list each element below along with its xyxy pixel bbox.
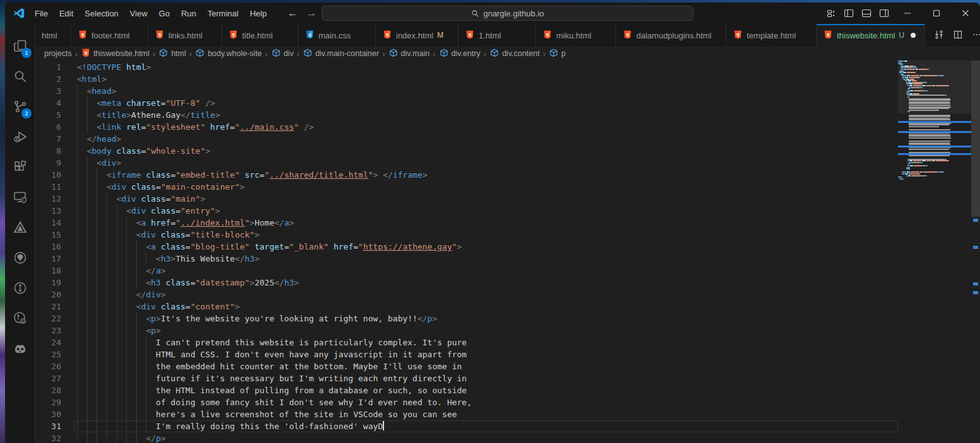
menubar: FileEditSelectionViewGoRunTerminalHelp [29, 3, 272, 24]
menu-run[interactable]: Run [175, 6, 202, 21]
code-line-6[interactable]: 6<link rel="stylesheet" href="../main.cs… [36, 121, 898, 133]
activity-extensions-icon[interactable] [5, 152, 35, 183]
code-line-3[interactable]: 3<head> [36, 85, 898, 97]
unsaved-dot[interactable] [911, 33, 916, 38]
breadcrumb-item-div.content[interactable]: div.content [489, 48, 540, 60]
customize-layout-icon[interactable] [826, 8, 836, 18]
tab-dalamudplugins.html[interactable]: 5dalamudplugins.html [616, 24, 726, 47]
editor-scrollbar[interactable] [971, 60, 980, 443]
back-arrow-icon[interactable]: ← [288, 8, 298, 19]
code-line-17[interactable]: 17<h3>This Website</h3> [36, 253, 898, 265]
activity-gitlens-inspect-icon[interactable]: @ [5, 304, 35, 334]
code-line-26[interactable]: 26the embedded hit counter at the bottom… [36, 360, 898, 372]
code-line-15[interactable]: 15<div class="title-block"> [36, 229, 898, 241]
breadcrumb-item-div[interactable]: div [271, 48, 294, 60]
breadcrumb-item-div.main[interactable]: div.main [388, 48, 430, 60]
tab-label: thiswebsite.html [837, 31, 895, 40]
breadcrumb-item-body.whole-site[interactable]: body.whole-site [195, 48, 262, 60]
indent-guide [96, 229, 97, 241]
code-line-1[interactable]: 1<!DOCTYPE html> [36, 61, 898, 73]
breadcrumb-item-div.entry[interactable]: div.entry [439, 48, 481, 60]
code-line-14[interactable]: 14<a href="../index.html">Home</a> [36, 217, 898, 229]
code-area[interactable]: 1<!DOCTYPE html>2<html>3<head>4<meta cha… [36, 61, 898, 443]
code-line-11[interactable]: 11<div class="main-container"> [36, 181, 898, 193]
tab-thiswebsite.html[interactable]: 5thiswebsite.htmlU [817, 24, 925, 47]
activity-search-icon[interactable] [5, 62, 35, 92]
code-line-28[interactable]: 28the HTML instead of pulling from a dat… [36, 384, 898, 396]
activity-triangle-logo-icon[interactable] [5, 213, 35, 243]
code-line-4[interactable]: 4<meta charset="UTF-8" /> [36, 97, 898, 109]
indent-guide [126, 229, 127, 241]
code-line-16[interactable]: 16<a class="blog-title" target="_blank" … [36, 241, 898, 253]
indent-guide [117, 205, 117, 217]
indent-guide [126, 432, 127, 443]
forward-arrow-icon[interactable]: → [306, 8, 317, 19]
code-line-32[interactable]: 32</p> [36, 432, 898, 443]
more-actions-icon[interactable] [972, 30, 980, 42]
tab-main.css[interactable]: 3main.css [298, 24, 376, 47]
code-line-22[interactable]: 22<p>It's the website you're looking at … [36, 313, 898, 325]
code-line-23[interactable]: 23<p> [36, 325, 898, 337]
activity-source-control-icon[interactable]: 2 [5, 92, 35, 122]
tab-title.html[interactable]: 5title.html [222, 24, 298, 47]
minimap-slider[interactable] [898, 60, 971, 113]
menu-help[interactable]: Help [244, 6, 272, 21]
indent-guide [136, 253, 137, 265]
code-line-24[interactable]: 24I can't pretend this website is partic… [36, 337, 898, 348]
code-line-5[interactable]: 5<title>Athene.Gay</title> [36, 109, 898, 121]
code-line-18[interactable]: 18</a> [36, 265, 898, 277]
panel-bottom-icon[interactable] [861, 8, 872, 18]
code-line-31[interactable]: 31I'm really doing this the 'old-fashion… [36, 420, 898, 432]
code-line-13[interactable]: 13<div class="entry"> [36, 205, 898, 217]
tab-1.html[interactable]: 51.html [458, 24, 536, 47]
indent-guide [136, 348, 137, 360]
activity-gitlens-icon[interactable] [5, 273, 35, 304]
code-line-29[interactable]: 29of doing some fancy shit I don't see w… [36, 396, 898, 408]
maximize-button[interactable] [922, 3, 951, 24]
code-line-12[interactable]: 12<div class="main"> [36, 193, 898, 205]
tab-index.html[interactable]: 5index.htmlM [376, 24, 458, 47]
minimap[interactable] [898, 60, 971, 443]
code-line-7[interactable]: 7</head> [36, 133, 898, 145]
tab-html[interactable]: html [35, 24, 71, 47]
activity-github-icon[interactable] [5, 243, 35, 273]
code-line-20[interactable]: 20</div> [36, 289, 898, 301]
code-line-25[interactable]: 25HTML and CSS. I don't even have any ja… [36, 348, 898, 360]
panel-left-icon[interactable] [844, 8, 854, 18]
menu-file[interactable]: File [29, 6, 54, 21]
breadcrumb-item-div.main-container[interactable]: div.main-container [303, 48, 379, 60]
tab-template.html[interactable]: 5template.html [726, 24, 817, 47]
menu-go[interactable]: Go [153, 6, 175, 21]
tab-links.html[interactable]: 5links.html [148, 24, 222, 47]
command-center-search[interactable]: gnargle.github.io [322, 6, 694, 21]
breadcrumb-item-thiswebsite.html[interactable]: 5thiswebsite.html [81, 48, 149, 60]
tab-footer.html[interactable]: 5footer.html [71, 24, 148, 47]
panel-right-icon[interactable] [879, 8, 889, 18]
code-line-21[interactable]: 21<div class="content"> [36, 301, 898, 313]
scrollbar-thumb[interactable] [971, 60, 980, 217]
menu-terminal[interactable]: Terminal [202, 6, 244, 21]
code-line-9[interactable]: 9<div> [36, 157, 898, 169]
breadcrumb-item-p[interactable]: p [549, 48, 566, 60]
code-line-10[interactable]: 10<iframe class="embed-title" src="../sh… [36, 169, 898, 181]
compare-changes-icon[interactable] [934, 30, 944, 42]
minimize-button[interactable] [893, 3, 922, 24]
breadcrumb-item-html[interactable]: html [158, 48, 186, 60]
menu-selection[interactable]: Selection [79, 6, 124, 21]
code-line-2[interactable]: 2<html> [36, 73, 898, 85]
activity-godot-tools-icon[interactable] [5, 334, 35, 364]
code-line-27[interactable]: 27future if it's necessary but I'm writi… [36, 372, 898, 384]
activity-remote-explorer-icon[interactable] [5, 183, 35, 213]
breadcrumb-item-projects[interactable]: projects [44, 49, 72, 58]
menu-view[interactable]: View [124, 6, 153, 21]
indent-guide [77, 97, 78, 109]
activity-run-debug-icon[interactable] [5, 122, 35, 152]
tab-miku.html[interactable]: 5miku.html [536, 24, 616, 47]
code-line-30[interactable]: 30here's a live screenshot of the site i… [36, 408, 898, 420]
activity-explorer-icon[interactable]: 1 [5, 32, 35, 62]
menu-edit[interactable]: Edit [54, 6, 79, 21]
close-button[interactable] [951, 3, 980, 24]
split-editor-icon[interactable] [953, 30, 963, 42]
code-line-19[interactable]: 19<h3 class="datestamp">2025</h3> [36, 277, 898, 289]
code-line-8[interactable]: 8<body class="whole-site"> [36, 145, 898, 157]
